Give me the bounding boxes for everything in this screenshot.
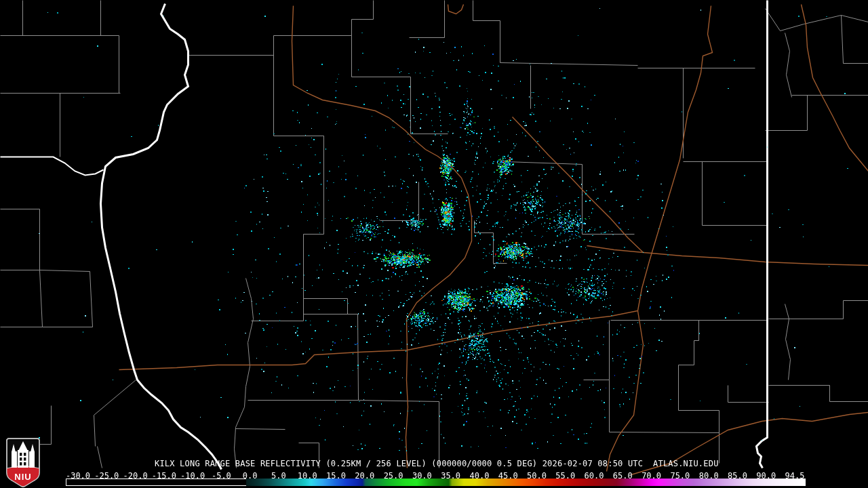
radar-map-canvas (0, 0, 868, 488)
product-caption: KILX LONG RANGE BASE REFLECTIVITY (0.25K… (155, 460, 719, 468)
reflectivity-colorbar (66, 479, 806, 486)
niu-logo-text: NIU (14, 472, 31, 482)
colorbar-gradient (246, 479, 806, 486)
niu-logo: NIU (5, 437, 41, 488)
radar-display: KILX LONG RANGE BASE REFLECTIVITY (0.25K… (0, 0, 868, 488)
